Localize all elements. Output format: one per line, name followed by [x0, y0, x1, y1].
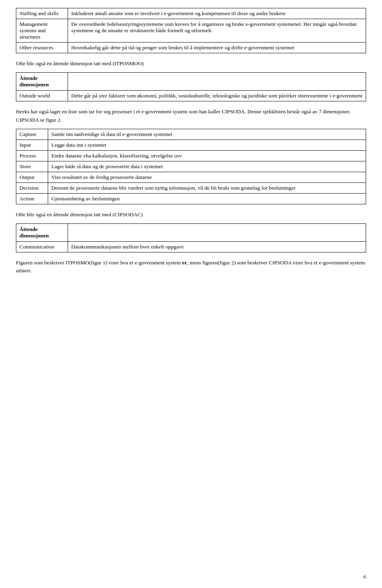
- final-text-bold: er: [182, 260, 187, 266]
- outside-world-label: Outside world: [16, 91, 68, 101]
- row-label-1: Staffing and skills: [16, 8, 68, 19]
- itposmoo-intro-text: Ofte blir også en åttende dimensjon tatt…: [16, 60, 366, 68]
- row-label-3: Other resources: [16, 43, 68, 53]
- top-table: Staffing and skills Inkluderer antall an…: [16, 8, 366, 53]
- table-row: Management systems and structures De ove…: [16, 19, 366, 43]
- cipsodac-table: Åttende dimensjonen Communication Datako…: [16, 223, 366, 252]
- row-label-2: Management systems and structures: [16, 19, 68, 43]
- communication-desc: Datakommunikasjonen mellom hver enkelt o…: [68, 242, 366, 252]
- input-label: Input: [16, 140, 48, 150]
- row-desc-2: De overordnede ledelsesstyringssystemene…: [68, 19, 366, 43]
- decision-desc: Dersom de prosesserte dataene blir vurde…: [48, 182, 366, 193]
- action-desc: Gjennomføring av beslutningen: [48, 193, 366, 204]
- table-header-row: Åttende dimensjonen: [16, 73, 366, 91]
- final-paragraph: Figuren som beskriver ITPOSMO(figur 1) v…: [16, 259, 366, 275]
- outside-world-desc: Dette går på ytre faktorer som økonomi, …: [68, 91, 366, 101]
- action-label: Action: [16, 193, 48, 204]
- decision-label: Decision: [16, 182, 48, 193]
- process-label: Process: [16, 150, 48, 161]
- itposmoo-table: Åttende dimensjonen Outside world Dette …: [16, 72, 366, 101]
- table-header-row: Åttende dimensjonen: [16, 224, 366, 242]
- cipsodac-section: Ofte blir også en åttende dimensjon tatt…: [16, 211, 366, 252]
- table-row: Outside world Dette går på ytre faktorer…: [16, 91, 366, 101]
- cipsodac-intro-text: Ofte blir også en åttende dimensjon tatt…: [16, 211, 366, 219]
- table-row: Action Gjennomføring av beslutningen: [16, 193, 366, 204]
- itposmoo-header-1: Åttende dimensjonen: [16, 73, 68, 91]
- capture-desc: Samle inn nødvendige rå data til e-gover…: [48, 129, 366, 140]
- table-row: Communication Datakommunikasjonen mellom…: [16, 242, 366, 252]
- output-label: Output: [16, 172, 48, 182]
- input-desc: Legge data inn i systemet: [48, 140, 366, 150]
- cipsodac-header-2: [68, 224, 366, 242]
- table-row: Decision Dersom de prosesserte dataene b…: [16, 182, 366, 193]
- row-desc-1: Inkluderer antall ansatte som er involve…: [68, 8, 366, 19]
- capture-label: Capture: [16, 129, 48, 140]
- table-row: Output Vise resultatet av de ferdig pros…: [16, 172, 366, 182]
- table-row: Staffing and skills Inkluderer antall an…: [16, 8, 366, 19]
- heeks-intro-text: Heeks har også laget en liste som tar fo…: [16, 108, 366, 124]
- communication-label: Communication: [16, 242, 68, 252]
- final-text-part1: Figuren som beskriver ITPOSMO(figur 1) v…: [16, 260, 182, 266]
- row-desc-3: Hovedsakelig går dette på tid og penger …: [68, 43, 366, 53]
- store-desc: Lagre både rå data og de prosesserte dat…: [48, 161, 366, 172]
- store-label: Store: [16, 161, 48, 172]
- table-row: Other resources Hovedsakelig går dette p…: [16, 43, 366, 53]
- cipsoda-table: Capture Samle inn nødvendige rå data til…: [16, 129, 366, 204]
- table-row: Capture Samle inn nødvendige rå data til…: [16, 129, 366, 140]
- table-row: Input Legge data inn i systemet: [16, 140, 366, 150]
- table-row: Process Endre dataene vha kalkulasjon, k…: [16, 150, 366, 161]
- table-row: Store Lagre både rå data og de prosesser…: [16, 161, 366, 172]
- process-desc: Endre dataene vha kalkulasjon, klassifis…: [48, 150, 366, 161]
- output-desc: Vise resultatet av de ferdig prosesserte…: [48, 172, 366, 182]
- itposmoo-header-2: [68, 73, 366, 91]
- cipsodac-header-1: Åttende dimensjonen: [16, 224, 68, 242]
